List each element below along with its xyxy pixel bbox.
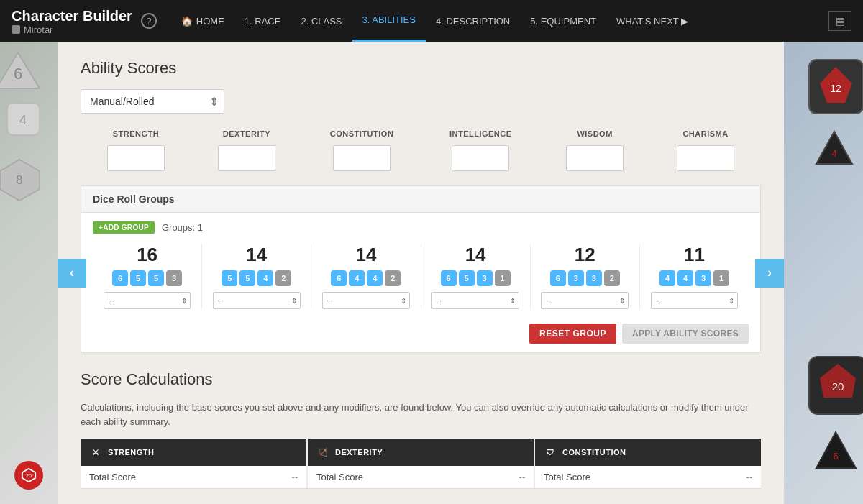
assign-select-5[interactable]: -- StrengthDexterityConstitutionIntellig… xyxy=(541,292,629,309)
nav-item-equipment[interactable]: 5. EQUIPMENT xyxy=(520,0,606,42)
dexterity-input[interactable] xyxy=(218,145,275,171)
side-decoration-right: 12 4 20 6 xyxy=(784,42,863,504)
constitution-total-cell: Total Score -- xyxy=(535,466,761,488)
chip: 6 xyxy=(112,270,128,286)
svg-text:6: 6 xyxy=(14,65,22,83)
chip: 4 xyxy=(677,270,693,286)
nav-item-home[interactable]: 🏠 HOME xyxy=(171,0,234,42)
content-area: Ability Scores Manual/Rolled Standard Ar… xyxy=(58,42,784,504)
wisdom-header: WISDOM xyxy=(539,125,650,142)
score-table-header: ⚔ STRENGTH 🏹 DEXTERITY 🛡 CONSTITUTION xyxy=(81,439,761,466)
dice-group-4: 14 6 5 3 1 -- StrengthDexterityConstitut… xyxy=(421,244,531,309)
intelligence-header: INTELLIGENCE xyxy=(421,125,539,142)
dice-roll-section: Dice Roll Groups +ADD GROUP Groups: 1 16… xyxy=(81,185,761,353)
nav-right: ▤ xyxy=(828,11,851,31)
assign-select-6[interactable]: -- StrengthDexterityConstitutionIntellig… xyxy=(651,292,739,309)
svg-text:20: 20 xyxy=(832,380,844,393)
add-group-row: +ADD GROUP Groups: 1 xyxy=(93,221,749,234)
assign-wrapper-5: -- StrengthDexterityConstitutionIntellig… xyxy=(541,292,629,309)
score-calc-description: Calculations, including the base scores … xyxy=(81,400,761,429)
svg-text:8: 8 xyxy=(17,174,23,186)
reset-group-button[interactable]: RESET GROUP xyxy=(529,324,616,344)
dice-total-5: 12 xyxy=(536,244,634,266)
nav-item-whats-next[interactable]: WHAT'S NEXT ▶ xyxy=(606,0,698,42)
score-calc-title: Score Calculations xyxy=(81,370,761,389)
add-group-button[interactable]: +ADD GROUP xyxy=(93,221,155,234)
chip: 4 xyxy=(659,270,675,286)
assign-select-4[interactable]: -- StrengthDexterityConstitutionIntellig… xyxy=(432,292,519,309)
dice-group-6: 11 4 4 3 1 -- StrengthDexterityConstitut… xyxy=(640,244,749,309)
assign-wrapper-3: -- StrengthDexterityConstitutionIntellig… xyxy=(322,292,410,309)
main-nav: 🏠 HOME 1. RACE 2. CLASS 3. ABILITIES 4. … xyxy=(171,0,828,42)
assign-wrapper-2: -- StrengthDexterityConstitutionIntellig… xyxy=(213,292,301,309)
app-title: Character Builder xyxy=(12,7,132,24)
svg-text:4: 4 xyxy=(19,113,27,127)
svg-text:12: 12 xyxy=(830,83,841,94)
groups-count: Groups: 1 xyxy=(162,222,203,233)
svg-marker-14 xyxy=(816,432,856,468)
assign-select-1[interactable]: -- Strength Dexterity Constitution Intel… xyxy=(104,292,191,309)
wisdom-input[interactable] xyxy=(566,145,624,171)
svg-text:4: 4 xyxy=(832,149,837,159)
strength-total-cell: Total Score -- xyxy=(81,466,308,488)
dice-total-4: 14 xyxy=(427,244,524,266)
assign-wrapper-1: -- Strength Dexterity Constitution Intel… xyxy=(104,292,191,309)
assign-wrapper-4: -- StrengthDexterityConstitutionIntellig… xyxy=(432,292,519,309)
chip: 5 xyxy=(148,270,164,286)
chip: 1 xyxy=(713,270,729,286)
dice-group-5: 12 6 3 3 2 -- StrengthDexterityConstitut… xyxy=(531,244,640,309)
chip: 3 xyxy=(695,270,711,286)
svg-text:6: 6 xyxy=(833,451,838,462)
prev-arrow-button[interactable]: ‹ xyxy=(58,259,86,288)
method-dropdown[interactable]: Manual/Rolled Standard Array Point Buy xyxy=(81,89,224,114)
constitution-input[interactable] xyxy=(333,145,391,171)
nav-item-class[interactable]: 2. CLASS xyxy=(291,0,352,42)
constitution-total-value: -- xyxy=(746,472,752,482)
strength-total-value: -- xyxy=(291,472,298,482)
ability-scores-title: Ability Scores xyxy=(81,59,761,78)
chip: 4 xyxy=(257,270,273,286)
chip: 5 xyxy=(239,270,255,286)
notes-button[interactable]: ▤ xyxy=(828,11,851,31)
intelligence-input[interactable] xyxy=(452,145,509,171)
strength-header: STRENGTH xyxy=(81,125,191,142)
dice-group-2: 14 5 5 4 2 -- StrengthDexterityConstitut… xyxy=(202,244,311,309)
dice-chips-4: 6 5 3 1 xyxy=(427,270,524,286)
nav-item-race[interactable]: 1. RACE xyxy=(234,0,291,42)
chip: 3 xyxy=(166,270,182,286)
d20-icon-button[interactable]: 20 xyxy=(14,461,43,490)
apply-scores-button[interactable]: APPLY ABILITY SCORES xyxy=(622,324,749,344)
assign-select-3[interactable]: -- StrengthDexterityConstitutionIntellig… xyxy=(322,292,410,309)
main-content: 6 4 8 ‹ › Ability Scores Manual/Rolled S… xyxy=(0,42,863,504)
app-logo: Character Builder Mirotar xyxy=(12,7,132,35)
nav-item-abilities[interactable]: 3. ABILITIES xyxy=(352,0,426,42)
strength-score-icon: ⚔ xyxy=(89,446,102,459)
dice-roll-header: Dice Roll Groups xyxy=(81,186,760,213)
dice-group-1: 16 6 5 5 3 -- Strength Dexterity xyxy=(93,244,202,309)
chip: 5 xyxy=(222,270,237,286)
nav-item-description[interactable]: 4. DESCRIPTION xyxy=(426,0,520,42)
character-name: Mirotar xyxy=(24,24,52,35)
dice-chips-6: 4 4 3 1 xyxy=(646,270,743,286)
ability-scores-table: STRENGTH DEXTERITY CONSTITUTION INTELLIG… xyxy=(81,125,761,174)
svg-marker-9 xyxy=(816,132,852,164)
next-arrow-button[interactable]: › xyxy=(755,259,784,288)
chip: 6 xyxy=(331,270,347,286)
dice-total-2: 14 xyxy=(208,244,305,266)
charisma-input[interactable] xyxy=(677,145,734,171)
side-decoration-left: 6 4 8 xyxy=(0,42,58,504)
chip: 5 xyxy=(459,270,475,286)
dice-groups-row: 16 6 5 5 3 -- Strength Dexterity xyxy=(93,244,749,309)
character-icon xyxy=(12,25,20,34)
dice-roll-body: +ADD GROUP Groups: 1 16 6 5 5 3 xyxy=(81,213,760,352)
chip: 2 xyxy=(385,270,401,286)
svg-text:20: 20 xyxy=(26,472,32,479)
chip: 3 xyxy=(477,270,493,286)
help-button[interactable]: ? xyxy=(141,13,157,29)
strength-input[interactable] xyxy=(107,145,165,171)
constitution-header: CONSTITUTION xyxy=(302,125,422,142)
assign-select-2[interactable]: -- StrengthDexterityConstitutionIntellig… xyxy=(213,292,301,309)
dexterity-total-value: -- xyxy=(519,472,525,482)
chip: 6 xyxy=(550,270,566,286)
dice-chips-5: 6 3 3 2 xyxy=(536,270,634,286)
